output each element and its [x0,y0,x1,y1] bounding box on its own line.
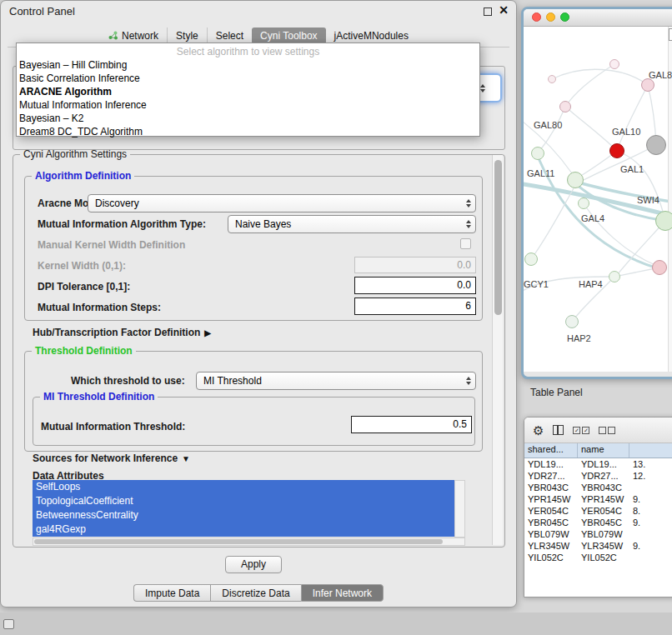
kernel-width-field[interactable]: 0.0 [354,257,476,273]
mi-threshold-field[interactable]: 0.5 [351,416,472,433]
tab-impute-data[interactable]: Impute Data [133,584,210,602]
tab-style[interactable]: Style [167,28,207,44]
gear-icon[interactable]: ⚙ [533,424,544,437]
collapse-right-icon[interactable]: ▶ [204,328,211,338]
network-node[interactable] [565,315,579,328]
network-window-titlebar[interactable] [524,9,672,27]
table-row[interactable]: YER054CYER054C8. [524,505,672,517]
network-canvas[interactable]: GAL8GAL80GAL10GAL11GAL1SWI4GAL4GCY1HAP4H… [524,27,672,372]
tab-label: Infer Network [313,588,372,599]
network-node[interactable] [646,135,666,155]
mi-steps-field[interactable]: 6 [354,298,476,315]
checked-box-icon: ✓ [573,427,580,434]
table-cell: YBL079W [524,528,578,540]
settings-scrollbar-thumb[interactable] [494,160,502,315]
network-node[interactable] [531,147,544,160]
float-window-icon[interactable] [484,8,492,16]
attribute-list-hscrollbar[interactable] [33,538,465,546]
mi-type-value: Naive Bayes [235,218,291,230]
zoom-traffic-light[interactable] [560,12,569,22]
table-row[interactable]: YPR145WYPR145W9. [524,493,672,505]
sources-label: Sources for Network Inference [33,452,178,464]
table-row[interactable]: YBR043CYBR043C [524,482,672,493]
attribute-item[interactable]: gal4RGexp [33,522,454,537]
hub-definition-section[interactable]: Hub/Transcription Factor Definition ▶ [33,327,211,338]
attribute-list-vscrollbar[interactable] [454,480,465,538]
select-all-columns-icon[interactable]: ✓ ✓ [573,427,589,434]
mi-type-combo[interactable]: Naive Bayes [228,215,476,233]
attribute-item[interactable]: SelfLoops [33,480,454,494]
table-cell: 9. [629,517,672,528]
close-icon[interactable]: ✕ [499,3,509,17]
table-cell: YBR045C [578,517,629,528]
manual-kernel-checkbox[interactable] [460,238,471,249]
table-body: YDL19...YDL19...13.YDR27...YDR27...12.YB… [524,458,672,563]
tab-jactivemodules[interactable]: jActiveMNodules [326,28,417,44]
scrollbar-button[interactable] [669,28,672,41]
collapse-down-icon[interactable]: ▼ [182,454,190,463]
table-cell: YPR145W [524,493,578,505]
hscrollbar-thumb[interactable] [34,539,443,544]
settings-group-title: Cyni Algorithm Settings [20,148,130,160]
minimized-window-icon[interactable] [3,619,14,629]
tab-cyni-toolbox[interactable]: Cyni Toolbox [252,28,325,44]
network-node[interactable] [567,172,584,188]
close-traffic-light[interactable] [532,12,541,22]
aracne-mode-combo[interactable]: Discovery [88,194,476,212]
network-node[interactable] [641,78,654,92]
algorithm-definition-title: Algorithm Definition [32,170,134,182]
unselect-all-columns-icon[interactable] [599,427,615,434]
table-row[interactable]: YBR045CYBR045C9. [524,517,672,528]
algorithm-dropdown-popup: Select algorithm to view settings Bayesi… [16,42,480,137]
network-node[interactable] [609,59,619,69]
mi-threshold-label: Mutual Information Threshold: [41,421,185,432]
algorithm-option[interactable]: Bayesian – Hill Climbing [17,58,479,72]
algorithm-list: Bayesian – Hill ClimbingBasic Correlatio… [17,58,479,138]
network-node[interactable] [652,260,667,275]
dpi-tolerance-field[interactable]: 0.0 [354,277,476,294]
table-cell: YDR27... [524,470,578,482]
table-cell: YIL052C [524,552,578,563]
sources-section[interactable]: Sources for Network Inference ▼ [33,452,190,464]
column-header[interactable]: shared... [524,443,578,458]
tab-network[interactable]: Network [100,28,167,44]
tab-label: Style [176,30,198,42]
algorithm-option[interactable]: ARACNE Algorithm [17,85,479,98]
algorithm-option[interactable]: Basic Correlation Inference [17,72,479,85]
table-cell: YER054C [578,505,629,517]
algorithm-option[interactable]: Mutual Information Inference [17,98,479,112]
attribute-item[interactable]: TopologicalCoefficient [33,494,454,508]
apply-button[interactable]: Apply [225,556,282,573]
settings-scrollbar[interactable] [492,155,503,545]
column-header[interactable]: name [578,443,629,458]
network-node[interactable] [609,271,620,282]
algorithm-option[interactable]: Dream8 DC_TDC Algorithm [17,125,479,138]
table-cell [629,552,672,563]
minimize-traffic-light[interactable] [546,12,555,22]
table-row[interactable]: YDL19...YDL19...13. [524,458,672,470]
network-node[interactable] [655,211,672,231]
algorithm-option[interactable]: Bayesian – K2 [17,112,479,125]
combo-arrows-icon [480,84,485,92]
tab-discretize-data[interactable]: Discretize Data [210,584,300,602]
network-node[interactable] [578,198,589,209]
node-label: SWI4 [637,195,659,205]
attribute-item[interactable]: BetweennessCentrality [33,508,454,522]
node-label: GAL1 [620,164,644,174]
manual-kernel-label: Manual Kernel Width Definition [38,239,185,251]
table-row[interactable]: YLR345WYLR345W9. [524,540,672,552]
network-node[interactable] [524,252,538,266]
tab-label: Discretize Data [222,588,289,599]
network-node[interactable] [559,101,571,112]
table-row[interactable]: YIL052CYIL052C [524,552,672,563]
column-chooser-icon[interactable] [553,425,564,435]
network-node[interactable] [548,75,556,83]
column-header[interactable] [629,443,672,458]
table-row[interactable]: YDR27...YDR27...12. [524,470,672,482]
network-node[interactable] [609,143,624,158]
which-threshold-combo[interactable]: MI Threshold [196,372,476,390]
table-row[interactable]: YBL079WYBL079W [524,528,672,540]
tab-infer-network[interactable]: Infer Network [301,584,384,602]
bottom-tab-bar: Impute Data Discretize Data Infer Networ… [1,584,516,602]
tab-select[interactable]: Select [207,28,252,44]
